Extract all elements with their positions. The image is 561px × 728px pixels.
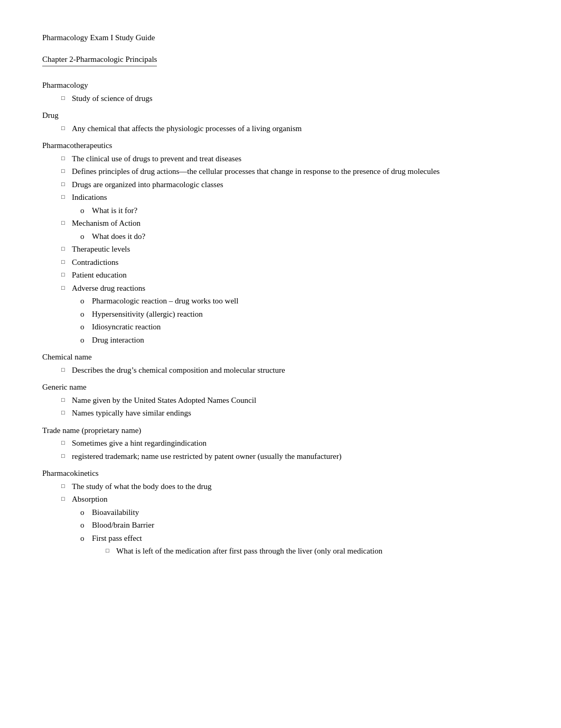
level1-item: □Sometimes give a hint regardingindicati… — [61, 437, 519, 449]
level1-text: The clinical use of drugs to prevent and… — [72, 153, 519, 165]
bullet-icon: □ — [61, 395, 68, 404]
level2-text: Idiosyncratic reaction — [92, 321, 519, 333]
bullet-icon: □ — [61, 438, 68, 447]
level1-text: Indications — [72, 191, 519, 204]
section-heading-5: Trade name (proprietary name) — [42, 425, 519, 437]
bullet-icon: □ — [61, 192, 68, 201]
level1-text: Describes the drug’s chemical compositio… — [72, 364, 519, 376]
bullet-icon: □ — [61, 270, 68, 279]
bullet-icon: □ — [61, 494, 68, 503]
level2-item: oFirst pass effect — [80, 532, 519, 545]
sub-bullet-icon: o — [80, 231, 88, 243]
level1-text: Drugs are organized into pharmacologic c… — [72, 179, 519, 191]
level1-text: Absorption — [72, 493, 519, 505]
level1-item: □Patient education — [61, 269, 519, 281]
content-area: Pharmacology□Study of science of drugsDr… — [42, 79, 519, 557]
level1-item: □Defines principles of drug actions—the … — [61, 165, 519, 178]
sub-bullet-icon: o — [80, 308, 88, 320]
level1-text: Any chemical that affects the physiologi… — [72, 123, 519, 135]
bullet-icon: □ — [61, 124, 68, 133]
level1-text: Names typically have similar endings — [72, 407, 519, 419]
sub-bullet-icon: o — [80, 532, 88, 545]
section-heading-3: Chemical name — [42, 351, 519, 363]
level2-text: Pharmacologic reaction – drug works too … — [92, 295, 519, 307]
level1-item: □Absorption — [61, 493, 519, 505]
level1-text: The study of what the body does to the d… — [72, 481, 519, 493]
level2-text: First pass effect — [92, 532, 519, 545]
bullet-icon: □ — [61, 365, 68, 374]
level2-text: Hypersensitivity (allergic) reaction — [92, 308, 519, 320]
level1-item: □Any chemical that affects the physiolog… — [61, 123, 519, 135]
bullet-icon: □ — [61, 283, 68, 292]
bullet-icon: □ — [61, 482, 68, 491]
section-block-3: Chemical name□Describes the drug’s chemi… — [42, 351, 519, 376]
sub-bullet-icon: o — [80, 205, 88, 217]
page-title: Pharmacology Exam I Study Guide — [42, 32, 519, 44]
sub-bullet-icon: o — [80, 506, 88, 519]
section-block-2: Pharmacotherapeutics□The clinical use of… — [42, 140, 519, 346]
bullet-icon: □ — [61, 167, 68, 176]
bullet-icon: □ — [61, 218, 68, 227]
level2-item: oDrug interaction — [80, 334, 519, 346]
bullet-icon: □ — [61, 94, 68, 103]
bullet-icon: □ — [61, 180, 68, 189]
level2-item: oBlood/brain Barrier — [80, 519, 519, 531]
level1-item: □registered trademark; name use restrict… — [61, 450, 519, 463]
level1-item: □Describes the drug’s chemical compositi… — [61, 364, 519, 376]
section-block-5: Trade name (proprietary name)□Sometimes … — [42, 425, 519, 463]
level1-item: □Name given by the United States Adopted… — [61, 394, 519, 407]
level2-text: Blood/brain Barrier — [92, 519, 519, 531]
level1-text: registered trademark; name use restricte… — [72, 450, 519, 463]
section-block-1: Drug□Any chemical that affects the physi… — [42, 109, 519, 134]
level1-item: □The study of what the body does to the … — [61, 481, 519, 493]
section-block-0: Pharmacology□Study of science of drugs — [42, 79, 519, 104]
level1-text: Adverse drug reactions — [72, 282, 519, 294]
bullet-icon: □ — [61, 257, 68, 266]
section-heading-1: Drug — [42, 109, 519, 122]
level1-text: Patient education — [72, 269, 519, 281]
sub-bullet-icon: o — [80, 321, 88, 333]
section-heading-4: Generic name — [42, 381, 519, 393]
level2-text: What does it do? — [92, 231, 519, 243]
level1-text: Sometimes give a hint regardingindicatio… — [72, 437, 519, 449]
level2-item: oPharmacologic reaction – drug works too… — [80, 295, 519, 307]
level2-text: Bioavailability — [92, 506, 519, 519]
level3-item: □What is left of the medication after fi… — [106, 545, 519, 557]
section-block-6: Pharmacokinetics□The study of what the b… — [42, 467, 519, 557]
level1-text: Study of science of drugs — [72, 93, 519, 105]
bullet-icon: □ — [61, 244, 68, 253]
level2-item: oWhat does it do? — [80, 231, 519, 243]
section-heading-0: Pharmacology — [42, 79, 519, 91]
level1-text: Therapeutic levels — [72, 243, 519, 255]
level2-item: oIdiosyncratic reaction — [80, 321, 519, 333]
level1-item: □Indications — [61, 191, 519, 204]
section-heading-6: Pharmacokinetics — [42, 467, 519, 480]
level1-text: Mechanism of Action — [72, 217, 519, 229]
level1-item: □Study of science of drugs — [61, 93, 519, 105]
level1-item: □Contradictions — [61, 256, 519, 269]
level1-item: □Therapeutic levels — [61, 243, 519, 255]
level1-item: □Drugs are organized into pharmacologic … — [61, 179, 519, 191]
level1-item: □Mechanism of Action — [61, 217, 519, 229]
level1-item: □Names typically have similar endings — [61, 407, 519, 419]
sub-bullet-icon: o — [80, 334, 88, 346]
level2-item: oWhat is it for? — [80, 205, 519, 217]
level2-item: oHypersensitivity (allergic) reaction — [80, 308, 519, 320]
level3-text: What is left of the medication after fir… — [116, 545, 519, 557]
level2-text: Drug interaction — [92, 334, 519, 346]
level3-bullet-icon: □ — [106, 546, 112, 555]
level1-text: Defines principles of drug actions—the c… — [72, 165, 519, 178]
level1-text: Contradictions — [72, 256, 519, 269]
level1-text: Name given by the United States Adopted … — [72, 394, 519, 407]
section-heading-2: Pharmacotherapeutics — [42, 140, 519, 152]
bullet-icon: □ — [61, 451, 68, 460]
bullet-icon: □ — [61, 408, 68, 417]
sub-bullet-icon: o — [80, 295, 88, 307]
sub-bullet-icon: o — [80, 519, 88, 531]
level1-item: □The clinical use of drugs to prevent an… — [61, 153, 519, 165]
bullet-icon: □ — [61, 154, 68, 163]
chapter-title: Chapter 2-Pharmacologic Principals — [42, 53, 157, 67]
level1-item: □Adverse drug reactions — [61, 282, 519, 294]
section-block-4: Generic name□Name given by the United St… — [42, 381, 519, 419]
level2-text: What is it for? — [92, 205, 519, 217]
